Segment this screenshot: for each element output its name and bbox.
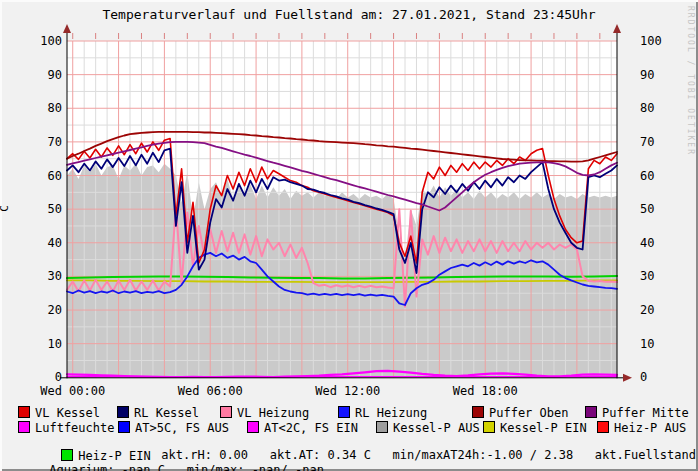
legend-swatch [585,406,597,418]
y-tick-label-left: 80 [48,101,62,115]
legend-label: VL Heizung [237,406,309,420]
legend-item-vl-heizung: VL Heizung [220,406,309,420]
legend-swatch [597,421,609,433]
x-tick-label: Wed 12:00 [315,384,380,398]
legend-swatch [376,421,388,433]
y-tick-label-right: 50 [640,202,654,216]
y-tick-label-right: 10 [640,337,654,351]
x-tick-label: Wed 06:00 [178,384,243,398]
legend-item-kessel-p-aus: Kessel-P AUS [376,421,480,435]
legend-label: Puffer Oben [489,406,568,420]
y-tick-label-right: 0 [640,370,647,384]
legend-item-at-2c-fs-ein: AT<2C, FS EIN [247,421,358,435]
legend-item-heiz-p-aus: Heiz-P AUS [597,421,686,435]
y-axis-arrow-right [613,24,621,33]
aquarium-line: Aquarium: -nan C min/max: -nan/ -nan [6,451,324,471]
legend-row-3: Heiz-P EIN [18,436,151,471]
temperature-chart-plot: 0010102020303040405050606070708080909010… [0,0,698,402]
legend-label: AT<2C, FS EIN [264,421,358,435]
legend-swatch [483,421,495,433]
y-tick-label-left: 0 [55,370,62,384]
legend-swatch [118,421,130,433]
y-tick-label-right: 80 [640,101,654,115]
series-area-kessel-p-aus [67,164,617,378]
legend-item-luftfeuchte: Luftfeuchte [18,421,114,435]
legend-swatch [117,406,129,418]
legend-label: VL Kessel [35,406,100,420]
y-tick-label-left: 60 [48,169,62,183]
legend-label-heiz-p-ein: Heiz-P EIN [78,449,150,463]
y-tick-label-left: 70 [48,135,62,149]
y-tick-label-right: 100 [640,34,662,48]
legend-label: AT>5C, FS AUS [135,421,229,435]
legend-label: Kessel-P EIN [500,421,587,435]
legend-item-kessel-p-ein: Kessel-P EIN [483,421,587,435]
y-tick-label-left: 10 [48,337,62,351]
rrdtool-graph-window: Temperaturverlauf und Fuellstand am: 27.… [0,0,698,471]
legend-label: Luftfeuchte [35,421,114,435]
legend-label: Heiz-P AUS [614,421,686,435]
y-tick-label-right: 60 [640,169,654,183]
x-tick-label: Wed 18:00 [453,384,518,398]
legend-swatch [338,406,350,418]
legend-item-puffer-oben: Puffer Oben [472,406,568,420]
legend-swatch [18,406,30,418]
heiz-p-ein-swatch [61,449,73,461]
y-tick-label-left: 20 [48,303,62,317]
y-tick-label-right: 70 [640,135,654,149]
legend-item-rl-kessel: RL Kessel [117,406,199,420]
y-tick-label-left: 50 [48,202,62,216]
y-tick-label-right: 30 [640,269,654,283]
x-axis-arrow [623,374,632,382]
legend-swatch [247,421,259,433]
y-tick-label-right: 40 [640,236,654,250]
legend-label: Puffer Mitte [602,406,689,420]
y-tick-label-left: 40 [48,236,62,250]
y-axis-arrow-left [63,24,71,33]
legend-item-at-5c-fs-aus: AT>5C, FS AUS [118,421,229,435]
legend-swatch [472,406,484,418]
legend-item-puffer-mitte: Puffer Mitte [585,406,689,420]
legend-item-vl-kessel: VL Kessel [18,406,100,420]
legend-item-rl-heizung: RL Heizung [338,406,427,420]
x-tick-label: Wed 00:00 [40,384,105,398]
legend-label: Kessel-P AUS [393,421,480,435]
aquarium-text: Aquarium: -nan C min/max: -nan/ -nan [49,463,324,471]
legend-swatch [18,421,30,433]
y-tick-label-left: 90 [48,68,62,82]
y-tick-label-right: 20 [640,303,654,317]
y-tick-label-left: 100 [40,34,62,48]
stats-text: akt.rH: 0.00 akt.AT: 0.34 C min/maxAT24h… [161,448,698,462]
legend-label: RL Kessel [134,406,199,420]
y-tick-label-left: 30 [48,269,62,283]
legend-label: RL Heizung [355,406,427,420]
status-stats-line: akt.rH: 0.00 akt.AT: 0.34 C min/maxAT24h… [118,436,698,471]
legend-swatch [220,406,232,418]
y-tick-label-right: 90 [640,68,654,82]
